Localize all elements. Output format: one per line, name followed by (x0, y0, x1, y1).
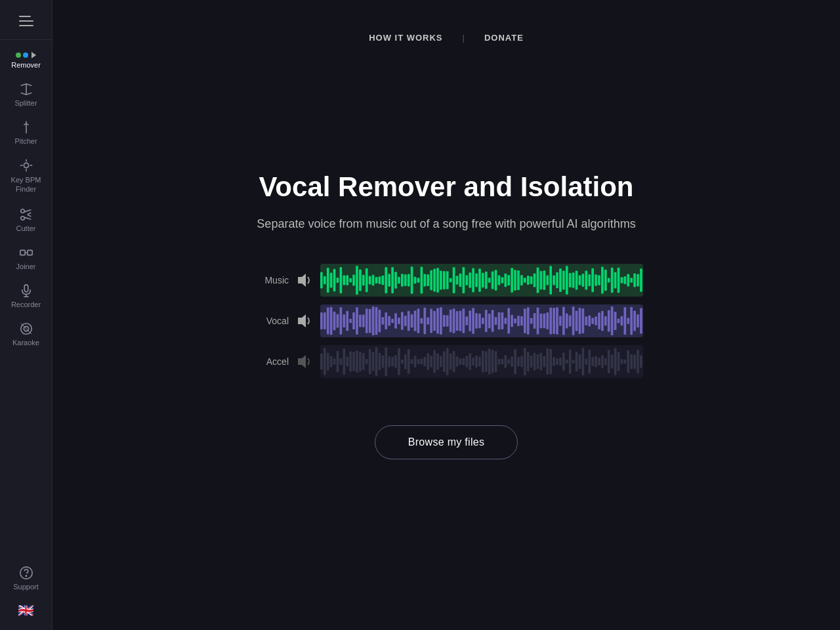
svg-rect-268 (456, 356, 459, 367)
svg-rect-108 (591, 268, 594, 292)
svg-rect-211 (598, 312, 600, 329)
svg-rect-229 (330, 356, 333, 367)
svg-rect-29 (337, 278, 339, 283)
svg-rect-152 (408, 310, 410, 331)
svg-rect-58 (430, 270, 432, 290)
recorder-icon (19, 284, 33, 298)
svg-rect-48 (398, 277, 400, 284)
svg-rect-148 (394, 313, 397, 329)
sidebar-item-karaoke[interactable]: Karaoke (0, 315, 52, 353)
svg-rect-81 (504, 273, 507, 287)
svg-rect-72 (475, 273, 478, 287)
page-subtitle: Separate voice from music out of a song … (257, 217, 635, 231)
svg-rect-54 (417, 278, 420, 283)
splitter-icon (19, 82, 33, 96)
browse-files-button[interactable]: Browse my files (375, 425, 518, 459)
svg-rect-71 (472, 268, 474, 292)
svg-rect-84 (514, 270, 516, 291)
svg-rect-240 (366, 359, 368, 364)
svg-rect-284 (507, 359, 510, 364)
svg-rect-325 (640, 355, 642, 368)
svg-rect-98 (559, 268, 562, 292)
svg-rect-234 (346, 356, 348, 366)
svg-rect-230 (333, 358, 336, 365)
center-content: Vocal Remover and Isolation Separate voi… (151, 171, 742, 459)
sidebar-item-cutter[interactable]: Cutter (0, 201, 52, 239)
svg-rect-110 (598, 275, 600, 285)
svg-rect-74 (482, 272, 484, 287)
svg-rect-120 (630, 278, 633, 283)
svg-rect-198 (556, 307, 558, 335)
nav-how-it-works[interactable]: HOW IT WORKS (369, 33, 442, 43)
svg-rect-291 (530, 355, 533, 368)
music-label: Music (249, 275, 289, 285)
nav-donate[interactable]: DONATE (484, 33, 524, 43)
svg-rect-275 (478, 356, 481, 366)
menu-button[interactable] (19, 16, 33, 26)
svg-rect-93 (543, 270, 545, 289)
svg-rect-217 (618, 318, 620, 323)
svg-rect-294 (540, 352, 543, 370)
svg-rect-170 (465, 316, 468, 325)
svg-rect-140 (369, 308, 371, 333)
svg-rect-25 (324, 276, 326, 284)
svg-rect-283 (504, 355, 507, 368)
svg-rect-279 (492, 350, 494, 373)
vocal-row: Vocal (249, 304, 643, 337)
svg-rect-192 (537, 307, 539, 334)
svg-rect-69 (465, 275, 468, 285)
svg-rect-41 (375, 277, 378, 284)
svg-rect-47 (394, 272, 397, 289)
sidebar-item-pitcher[interactable]: Pitcher (0, 114, 52, 152)
svg-rect-310 (591, 357, 594, 366)
svg-rect-166 (453, 308, 455, 333)
svg-rect-260 (430, 356, 432, 368)
svg-rect-26 (327, 268, 329, 293)
svg-rect-39 (369, 276, 371, 284)
svg-rect-78 (495, 270, 497, 290)
sidebar-item-remover[interactable]: Remover (0, 45, 52, 75)
svg-rect-306 (579, 354, 581, 369)
svg-rect-154 (414, 310, 417, 331)
svg-rect-219 (623, 307, 626, 335)
svg-rect-213 (604, 316, 607, 326)
sidebar-item-recorder[interactable]: Recorder (0, 277, 52, 315)
karaoke-icon (19, 322, 33, 336)
svg-rect-285 (511, 356, 513, 367)
svg-rect-316 (611, 354, 614, 369)
svg-rect-254 (411, 359, 413, 364)
svg-rect-190 (530, 318, 533, 324)
svg-rect-37 (362, 274, 365, 285)
sidebar-label-remover: Remover (11, 61, 41, 69)
svg-rect-87 (524, 278, 526, 283)
svg-rect-201 (566, 313, 568, 328)
sidebar-item-joiner[interactable]: Joiner (0, 239, 52, 277)
svg-rect-104 (579, 275, 581, 285)
svg-rect-13 (27, 250, 32, 255)
svg-rect-287 (517, 356, 520, 366)
sidebar-item-keybpm[interactable]: Key BPMFinder (0, 152, 52, 201)
svg-rect-216 (614, 312, 617, 330)
svg-rect-196 (549, 307, 552, 334)
sidebar-item-support[interactable]: Support (0, 559, 52, 597)
svg-marker-124 (298, 314, 306, 327)
svg-rect-224 (640, 308, 642, 333)
svg-rect-139 (366, 308, 368, 333)
sidebar-item-splitter[interactable]: Splitter (0, 75, 52, 114)
svg-rect-161 (436, 308, 439, 333)
svg-rect-145 (385, 312, 387, 329)
svg-rect-36 (359, 269, 362, 291)
music-play-icon (295, 271, 314, 289)
svg-rect-171 (469, 310, 471, 331)
svg-rect-282 (501, 358, 504, 364)
svg-line-11 (27, 215, 31, 216)
svg-rect-134 (349, 318, 352, 322)
svg-rect-200 (562, 306, 565, 335)
accel-row: Accel (249, 345, 643, 378)
svg-rect-172 (472, 308, 474, 333)
svg-rect-70 (469, 272, 471, 288)
svg-rect-185 (514, 318, 516, 323)
sidebar-label-keybpm: Key BPMFinder (11, 175, 41, 194)
sidebar-item-language[interactable]: 🇬🇧 (0, 597, 52, 623)
svg-rect-111 (601, 266, 604, 293)
